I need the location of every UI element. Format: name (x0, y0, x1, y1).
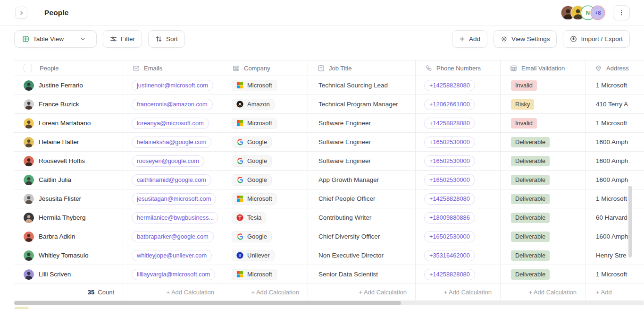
cell-phone[interactable]: +16502530000 (416, 133, 501, 152)
column-header-phone-numbers[interactable]: Phone Numbers (416, 60, 501, 76)
cell-person-name[interactable]: Helaine Halter (14, 133, 123, 152)
sort-button[interactable]: Sort (148, 30, 185, 48)
cell-email[interactable]: franceronis@amazon.com (123, 95, 223, 114)
table-view-switcher[interactable]: Table View (14, 30, 97, 48)
cell-email[interactable]: batbraparker@google.com (123, 227, 223, 246)
view-settings-button[interactable]: View Settings (493, 30, 557, 48)
cell-phone[interactable]: +16502530000 (416, 152, 501, 171)
company-pill[interactable]: Google (232, 137, 272, 148)
cell-email[interactable]: justinenoir@microsoft.com (123, 76, 223, 95)
phone-chip[interactable]: +16502530000 (424, 155, 475, 167)
cell-person-name[interactable]: Justine Ferrario (14, 76, 123, 95)
cell-company[interactable]: Google (223, 171, 308, 189)
add-calculation-button[interactable]: + Add (585, 284, 644, 301)
filter-button[interactable]: Filter (103, 30, 142, 48)
column-header-emails[interactable]: Emails (123, 60, 223, 76)
cell-phone[interactable]: +18009880886 (416, 208, 501, 227)
add-calculation-button[interactable]: + Add Calculation (223, 284, 308, 301)
cell-company[interactable]: Microsoft (223, 265, 308, 284)
cell-email[interactable]: jesusitagan@microsoft.com (123, 189, 223, 208)
cell-email[interactable]: loreanya@microsoft.com (123, 114, 223, 133)
cell-company[interactable]: Google (223, 152, 308, 171)
cell-phone[interactable]: +14258828080 (416, 265, 501, 284)
cell-job-title[interactable]: Technical Program Manager (308, 95, 416, 114)
cell-email[interactable]: helaineksha@google.com (123, 133, 223, 152)
cell-job-title[interactable]: App Growth Manager (308, 171, 416, 189)
email-chip[interactable]: justinenoir@microsoft.com (132, 80, 213, 91)
company-pill[interactable]: Google (232, 155, 272, 167)
email-chip[interactable]: helaineksha@google.com (132, 137, 211, 148)
cell-job-title[interactable]: Chief People Officer (308, 189, 416, 208)
cell-job-title[interactable]: Software Engineer (308, 114, 416, 133)
column-header-email-validation[interactable]: Email Validation (501, 60, 585, 76)
cell-job-title[interactable]: Non Executive Director (308, 246, 416, 265)
email-chip[interactable]: caithlinamid@google.com (132, 174, 211, 186)
add-calculation-button[interactable]: + Add Calculation (123, 284, 223, 301)
phone-chip[interactable]: +16502530000 (424, 137, 475, 148)
company-pill[interactable]: Microsoft (232, 269, 277, 280)
cell-person-name[interactable]: Barbra Adkin (14, 227, 123, 246)
column-header-people[interactable]: People (14, 60, 123, 76)
phone-chip[interactable]: +14258828080 (424, 269, 475, 280)
email-chip[interactable]: franceronis@amazon.com (132, 99, 213, 110)
cell-phone[interactable]: +14258828080 (416, 76, 501, 95)
cell-company[interactable]: Microsoft (223, 189, 308, 208)
cell-email-validation[interactable]: Deliverable (501, 227, 585, 246)
cell-company[interactable]: Google (223, 133, 308, 152)
cell-phone[interactable]: +16502530000 (416, 227, 501, 246)
cell-person-name[interactable]: Jesusita Flister (14, 189, 123, 208)
phone-chip[interactable]: +35316462000 (424, 250, 475, 261)
company-pill[interactable]: Microsoft (232, 193, 277, 205)
phone-chip[interactable]: +14258828080 (424, 193, 475, 205)
phone-chip[interactable]: +16502530000 (424, 231, 475, 242)
email-chip[interactable]: jesusitagan@microsoft.com (132, 193, 216, 205)
company-pill[interactable]: Google (232, 231, 272, 242)
cell-email-validation[interactable]: Risky (501, 95, 585, 114)
cell-address[interactable]: 410 Terry A (585, 95, 644, 114)
phone-chip[interactable]: +14258828080 (424, 80, 475, 91)
cell-email[interactable]: whitleyjope@unilever.com (123, 246, 223, 265)
add-calculation-button[interactable]: + Add Calculation (416, 284, 501, 301)
cell-company[interactable]: UUnilever (223, 246, 308, 265)
company-pill[interactable]: aAmazon (232, 99, 275, 110)
cell-email-validation[interactable]: Deliverable (501, 189, 585, 208)
company-pill[interactable]: Google (232, 174, 272, 186)
cell-person-name[interactable]: Hermila Thyberg (14, 208, 123, 227)
more-options-button[interactable] (613, 5, 630, 20)
email-chip[interactable]: whitleyjope@unilever.com (132, 250, 212, 261)
row-count-summary[interactable]: 35Count (14, 284, 123, 301)
column-header-company[interactable]: Company (223, 60, 308, 76)
phone-chip[interactable]: +12062661000 (424, 99, 475, 110)
add-calculation-button[interactable]: + Add Calculation (501, 284, 585, 301)
cell-company[interactable]: aAmazon (223, 95, 308, 114)
cell-company[interactable]: Google (223, 227, 308, 246)
cell-email-validation[interactable]: Deliverable (501, 171, 585, 189)
cell-email[interactable]: hermilanice@bwgbusiness... (123, 208, 223, 227)
column-header-address[interactable]: Address (585, 60, 644, 76)
cell-email[interactable]: lilliayvargia@microsoft.com (123, 265, 223, 284)
cell-email-validation[interactable]: Deliverable (501, 265, 585, 284)
cell-address[interactable]: 1600 Amph (585, 152, 644, 171)
cell-email-validation[interactable]: Deliverable (501, 208, 585, 227)
cell-email-validation[interactable]: Deliverable (501, 133, 585, 152)
cell-address[interactable]: 1 Microsoft (585, 76, 644, 95)
email-chip[interactable]: rooseyen@google.com (132, 155, 204, 167)
cell-person-name[interactable]: France Buzick (14, 95, 123, 114)
cell-job-title[interactable]: Software Engineer (308, 152, 416, 171)
cell-phone[interactable]: +16502530000 (416, 171, 501, 189)
cell-person-name[interactable]: Roosevelt Hoffis (14, 152, 123, 171)
phone-chip[interactable]: +16502530000 (424, 174, 475, 186)
cell-person-name[interactable]: Caitlin Julia (14, 171, 123, 189)
cell-company[interactable]: Microsoft (223, 114, 308, 133)
add-calculation-button[interactable]: + Add Calculation (308, 284, 416, 301)
cell-job-title[interactable]: Contributing Writer (308, 208, 416, 227)
cell-email[interactable]: caithlinamid@google.com (123, 171, 223, 189)
cell-job-title[interactable]: Chief Diversity Officer (308, 227, 416, 246)
vertical-scrollbar-thumb[interactable] (628, 186, 632, 258)
cell-person-name[interactable]: Whitley Tomasulo (14, 246, 123, 265)
cell-job-title[interactable]: Technical Sourcing Lead (308, 76, 416, 95)
cell-email-validation[interactable]: Invalid (501, 76, 585, 95)
cell-person-name[interactable]: Lilli Scriven (14, 265, 123, 284)
company-pill[interactable]: Microsoft (232, 118, 277, 129)
cell-email-validation[interactable]: Deliverable (501, 246, 585, 265)
